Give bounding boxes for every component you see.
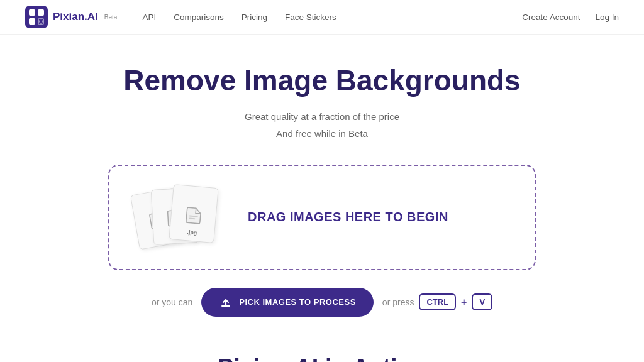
subtitle-line2: And free while in Beta [245, 125, 399, 142]
nav-item-comparisons[interactable]: Comparisons [174, 13, 224, 22]
svg-rect-3 [29, 18, 35, 25]
plus-sign: + [461, 297, 467, 308]
header-right: Create Account Log In [522, 13, 619, 22]
file-icons: .gif .png [135, 186, 223, 249]
upload-arrow-icon [219, 295, 233, 309]
hero-subtitle: Great quality at a fraction of the price… [245, 108, 399, 142]
drop-zone[interactable]: .gif .png [108, 165, 536, 270]
hero-heading: Remove Image Backgrounds [123, 65, 520, 97]
jpg-icon [183, 204, 204, 227]
subtitle-line1: Great quality at a fraction of the price [245, 108, 399, 125]
create-account-link[interactable]: Create Account [522, 13, 580, 22]
or-text-left: or you can [152, 297, 192, 307]
jpg-ext: .jpg [187, 229, 197, 236]
svg-rect-0 [25, 6, 48, 28]
main: Remove Image Backgrounds Great quality a… [0, 35, 644, 362]
v-key-badge: V [472, 293, 492, 310]
drag-text: DRAG IMAGES HERE TO BEGIN [248, 210, 448, 224]
header: Pixian.AIBeta API Comparisons Pricing Fa… [0, 0, 644, 35]
svg-rect-2 [38, 9, 44, 16]
svg-rect-1 [29, 9, 35, 16]
logo-text: Pixian.AI [53, 11, 98, 23]
nav: API Comparisons Pricing Face Stickers [142, 13, 522, 22]
login-link[interactable]: Log In [595, 13, 619, 22]
nav-item-face-stickers[interactable]: Face Stickers [285, 13, 336, 22]
ctrl-key-badge: CTRL [419, 293, 456, 310]
pick-images-label: PICK IMAGES TO PROCESS [239, 297, 356, 307]
nav-item-api[interactable]: API [142, 13, 156, 22]
action-row: or you can PICK IMAGES TO PROCESS or pre… [152, 288, 492, 317]
pick-images-button[interactable]: PICK IMAGES TO PROCESS [201, 288, 374, 317]
beta-badge: Beta [104, 14, 118, 21]
file-card-jpg: .jpg [169, 184, 218, 243]
keyboard-hint: or press CTRL + V [382, 293, 492, 310]
or-press-text: or press [382, 297, 414, 307]
logo-area[interactable]: Pixian.AIBeta [25, 6, 117, 28]
bottom-heading: Pixian.AI in Action [218, 354, 426, 362]
nav-item-pricing[interactable]: Pricing [242, 13, 267, 22]
logo-icon [25, 6, 48, 28]
